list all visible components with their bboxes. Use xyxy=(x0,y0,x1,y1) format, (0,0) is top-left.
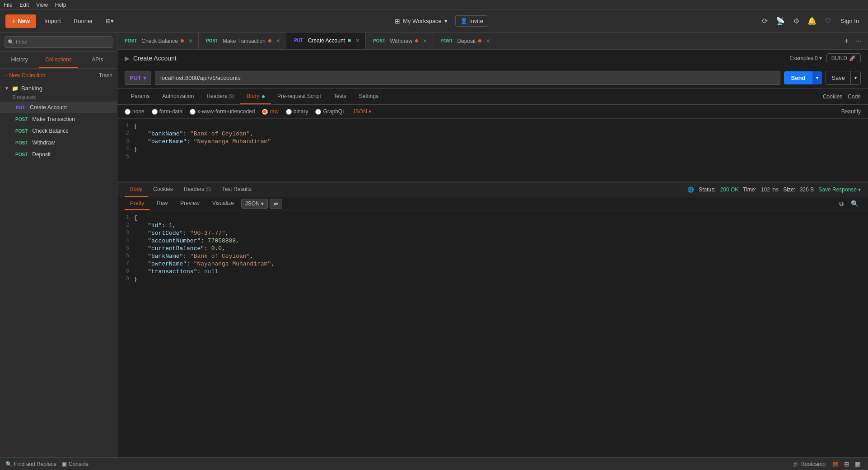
menu-edit[interactable]: Edit xyxy=(19,2,29,8)
resp-line-7: 7 "ownerName": "Nayananga Muhandiram", xyxy=(117,260,868,268)
heart-icon-button[interactable]: ♡ xyxy=(823,15,833,27)
toolbar-right: ⟳ 📡 ⚙ 🔔 ♡ Sign In xyxy=(760,15,863,27)
beautify-button[interactable]: Beautify xyxy=(841,108,861,115)
option-tab-settings[interactable]: Settings xyxy=(353,89,385,104)
method-badge-post-2: POST xyxy=(14,128,29,134)
resp-line-8: 8 "transactions": null xyxy=(117,268,868,275)
tab-history[interactable]: History xyxy=(0,52,39,68)
satellite-icon-button[interactable]: 📡 xyxy=(774,15,787,27)
menu-file[interactable]: File xyxy=(4,2,12,8)
signin-button[interactable]: Sign In xyxy=(837,16,863,26)
collection-header[interactable]: ▼ 📁 Banking xyxy=(0,82,117,94)
json-format-dropdown[interactable]: JSON ▾ xyxy=(353,108,371,115)
method-select[interactable]: PUT ▾ xyxy=(125,71,151,85)
tab-close-deposit[interactable]: ✕ xyxy=(486,38,490,44)
resp-line-1: 1 { xyxy=(117,214,868,222)
tab-withdraw[interactable]: POST Withdraw ✕ xyxy=(366,33,433,50)
send-button[interactable]: Send xyxy=(784,71,813,84)
console-button[interactable]: ▣ Console xyxy=(62,461,89,467)
radio-raw[interactable]: raw xyxy=(262,108,278,115)
import-button[interactable]: Import xyxy=(40,15,65,27)
sync-icon-button[interactable]: ⟳ xyxy=(760,15,770,27)
bell-icon-button[interactable]: 🔔 xyxy=(806,15,818,27)
code-line-4: 4 } xyxy=(117,145,868,153)
request-item-make-transaction[interactable]: POST Make Transaction xyxy=(0,113,117,125)
bootcamp-button[interactable]: 🎓 Bootcamp xyxy=(793,461,826,467)
chevron-down-icon: ▾ xyxy=(444,18,448,24)
menu-view[interactable]: View xyxy=(36,2,48,8)
tab-create-account[interactable]: PUT Create Account ✕ xyxy=(286,33,366,50)
new-collection-button[interactable]: + New Collection xyxy=(5,72,45,79)
code-line-5: 5 xyxy=(117,153,868,161)
request-item-create-account[interactable]: PUT Create Account xyxy=(0,102,117,113)
option-tab-params[interactable]: Params xyxy=(125,89,156,104)
radio-graphql[interactable]: GraphQL xyxy=(315,108,345,115)
tab-close-check-balance[interactable]: ✕ xyxy=(188,38,193,44)
response-tab-test-results[interactable]: Test Results xyxy=(217,182,257,197)
radio-form-data[interactable]: form-data xyxy=(152,108,182,115)
signin-label: Sign In xyxy=(841,18,859,24)
request-body-editor[interactable]: 1 { 2 "bankName": "Bank of Ceyloan", 3 "… xyxy=(117,119,868,182)
runner-button[interactable]: Runner xyxy=(69,15,98,27)
layout-button[interactable]: ⊞▾ xyxy=(101,15,118,27)
option-tab-pre-request[interactable]: Pre-request Script xyxy=(271,89,327,104)
tab-deposit[interactable]: POST Deposit ✕ xyxy=(433,33,496,50)
layout-icon-button-3[interactable]: ▦ xyxy=(853,460,863,469)
option-tab-authorization[interactable]: Authorization xyxy=(156,89,200,104)
json-format-select[interactable]: JSON ▾ xyxy=(241,199,268,209)
response-tab-headers[interactable]: Headers (5) xyxy=(178,182,217,197)
filter-icon: ⇌ xyxy=(274,200,278,207)
filter-response-button[interactable]: ⇌ xyxy=(270,199,282,209)
tab-close-create-account[interactable]: ✕ xyxy=(355,37,360,44)
resp-tab-raw[interactable]: Raw xyxy=(151,197,173,210)
send-dropdown-button[interactable]: ▾ xyxy=(812,71,822,84)
resp-tab-visualize[interactable]: Visualize xyxy=(207,197,239,210)
workspace-button[interactable]: ⊞ My Workspace ▾ xyxy=(390,15,453,27)
save-dropdown-button[interactable]: ▾ xyxy=(850,71,861,85)
breadcrumb-arrow: ▶ xyxy=(125,55,130,62)
trash-button[interactable]: Trash xyxy=(99,72,112,79)
tab-close-make-transaction[interactable]: ✕ xyxy=(276,38,280,44)
response-tab-body[interactable]: Body xyxy=(125,182,148,197)
tab-check-balance[interactable]: POST Check Balance ✕ xyxy=(117,33,199,50)
radio-binary[interactable]: binary xyxy=(286,108,308,115)
url-input[interactable] xyxy=(155,71,780,85)
build-button[interactable]: BUILD 🚀 xyxy=(826,53,861,63)
examples-button[interactable]: Examples 0 ▾ xyxy=(789,55,821,61)
find-replace-button[interactable]: 🔍 Find and Replace xyxy=(5,461,56,467)
tab-apis[interactable]: APIs xyxy=(78,52,117,68)
request-item-deposit[interactable]: POST Deposit xyxy=(0,149,117,160)
response-tab-cookies[interactable]: Cookies xyxy=(148,182,178,197)
search-response-button[interactable]: 🔍 xyxy=(849,199,861,209)
save-response-button[interactable]: Save Response ▾ xyxy=(818,186,861,193)
copy-response-button[interactable]: ⧉ xyxy=(837,199,846,209)
layout-icon-button-1[interactable]: ▤ xyxy=(831,460,840,469)
new-button[interactable]: + New xyxy=(5,14,36,28)
option-tab-tests[interactable]: Tests xyxy=(327,89,353,104)
tab-make-transaction[interactable]: POST Make Transaction ✕ xyxy=(199,33,286,50)
response-body-tabs: Pretty Raw Preview Visualize JSON ▾ ⇌ ⧉ … xyxy=(117,197,868,210)
option-tab-body[interactable]: Body xyxy=(240,89,271,104)
layout-left-icon: ▤ xyxy=(833,461,839,468)
request-item-withdraw[interactable]: POST Withdraw xyxy=(0,137,117,149)
resp-tab-pretty[interactable]: Pretty xyxy=(125,197,149,210)
resp-tab-preview[interactable]: Preview xyxy=(175,197,205,210)
menu-help[interactable]: Help xyxy=(55,2,66,8)
chevron-down-icon-method: ▾ xyxy=(143,74,146,81)
radio-none[interactable]: none xyxy=(125,108,145,115)
add-tab-button[interactable]: + xyxy=(842,36,851,46)
tab-collections[interactable]: Collections xyxy=(39,52,78,68)
tab-close-withdraw[interactable]: ✕ xyxy=(423,38,427,44)
settings-icon-button[interactable]: ⚙ xyxy=(791,15,801,27)
layout-icon-button-2[interactable]: ⊞ xyxy=(842,460,851,469)
code-link[interactable]: Code xyxy=(848,93,861,100)
save-button[interactable]: Save xyxy=(826,71,850,85)
invite-button[interactable]: 👤 Invite xyxy=(455,15,488,27)
radio-urlencoded[interactable]: x-www-form-urlencoded xyxy=(190,108,255,115)
cookies-link[interactable]: Cookies xyxy=(823,93,842,100)
filter-input[interactable] xyxy=(5,36,112,48)
request-item-check-balance[interactable]: POST Check Balance xyxy=(0,125,117,137)
more-tabs-button[interactable]: ⋯ xyxy=(853,36,864,46)
bootcamp-label: Bootcamp xyxy=(801,461,826,467)
option-tab-headers[interactable]: Headers (9) xyxy=(200,89,240,104)
